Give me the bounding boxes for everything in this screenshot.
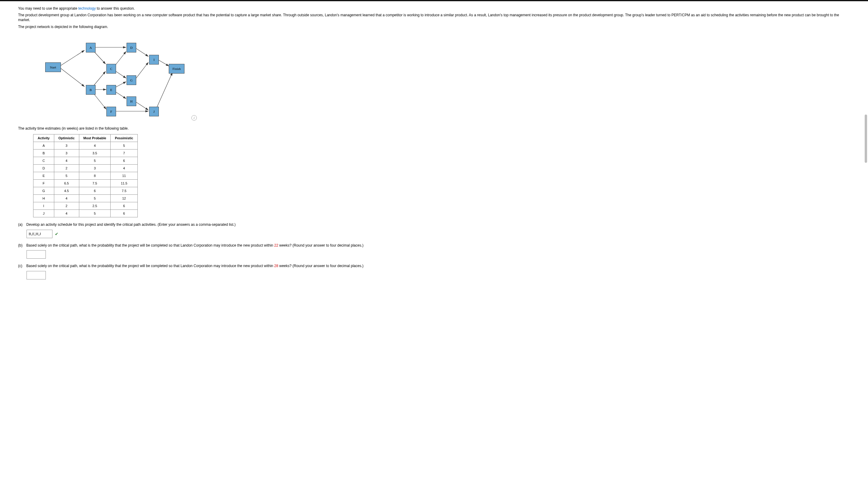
- cell: 6: [111, 210, 138, 217]
- cell: 4.5: [54, 187, 79, 194]
- svg-line-10: [116, 92, 126, 98]
- question-a-label: (a): [18, 222, 25, 227]
- cell: 6: [111, 202, 138, 210]
- question-c-prefix: Based solely on the critical path, what …: [26, 264, 274, 268]
- intro-prefix: You may need to use the appropriate: [18, 6, 79, 10]
- question-a-answer-row: ✔: [27, 230, 850, 238]
- question-b-label: (b): [18, 243, 25, 248]
- scrollbar-thumb[interactable]: [865, 115, 867, 163]
- cell: 3.5: [79, 149, 111, 157]
- table-row: A345: [33, 142, 138, 149]
- cell: I: [33, 202, 54, 210]
- svg-line-7: [115, 52, 126, 65]
- th-activity: Activity: [33, 134, 54, 142]
- cell: 4: [54, 157, 79, 164]
- cell: 11.5: [111, 179, 138, 187]
- node-C-label: C: [110, 67, 112, 70]
- cell: 7.5: [111, 187, 138, 194]
- question-b-input[interactable]: [27, 250, 46, 259]
- question-b-text: Based solely on the critical path, what …: [26, 243, 364, 248]
- svg-line-1: [61, 68, 84, 87]
- question-a-input[interactable]: [27, 230, 53, 238]
- cell: 2: [54, 164, 79, 172]
- svg-line-12: [136, 62, 148, 78]
- node-E: E: [106, 85, 116, 95]
- table-row: B33.57: [33, 149, 138, 157]
- th-optimistic: Optimistic: [54, 134, 79, 142]
- cell: 6.5: [54, 179, 79, 187]
- cell: F: [33, 179, 54, 187]
- node-J-label: J: [153, 110, 155, 113]
- node-E-label: E: [110, 88, 113, 92]
- node-G: G: [127, 76, 136, 85]
- cell: 6: [79, 187, 111, 194]
- cell: 4: [111, 164, 138, 172]
- svg-line-15: [158, 60, 169, 66]
- cell: H: [33, 194, 54, 202]
- svg-line-16: [157, 73, 173, 108]
- cell: 5: [111, 142, 138, 149]
- svg-line-0: [61, 50, 84, 65]
- table-body: A345 B33.57 C456 D234 E5811 F6.57.511.5 …: [33, 142, 138, 217]
- table-header-row: Activity Optimistic Most Probable Pessim…: [33, 134, 138, 142]
- activity-time-table: Activity Optimistic Most Probable Pessim…: [33, 134, 138, 217]
- question-b-suffix: weeks? (Round your answer to four decima…: [278, 243, 364, 247]
- svg-line-13: [136, 102, 148, 110]
- node-A-label: A: [90, 46, 92, 50]
- cell: 3: [54, 142, 79, 149]
- project-network-diagram: Start A B C D E F G H I J Finish i: [42, 32, 199, 123]
- info-icon-glyph: i: [194, 116, 194, 120]
- cell: G: [33, 187, 54, 194]
- cell: 6: [111, 157, 138, 164]
- node-I: I: [149, 55, 159, 64]
- cell: E: [33, 172, 54, 179]
- node-D-label: D: [130, 46, 133, 50]
- svg-line-6: [93, 93, 106, 109]
- intro-diagram-lead: The project network is depicted in the f…: [18, 24, 850, 29]
- node-B: B: [86, 85, 96, 95]
- cell: 5: [79, 210, 111, 217]
- node-J: J: [149, 107, 159, 116]
- node-F-label: F: [110, 110, 112, 113]
- svg-line-8: [115, 71, 126, 78]
- table-row: C456: [33, 157, 138, 164]
- cell: 7: [111, 149, 138, 157]
- intro-tech-line: You may need to use the appropriate tech…: [18, 6, 850, 11]
- node-D: D: [127, 43, 136, 53]
- node-start-label: Start: [50, 65, 56, 69]
- table-row: E5811: [33, 172, 138, 179]
- question-b-prefix: Based solely on the critical path, what …: [26, 243, 274, 247]
- cell: 4: [54, 210, 79, 217]
- node-finish: Finish: [169, 64, 184, 73]
- question-c-input[interactable]: [27, 271, 46, 279]
- cell: 5: [79, 157, 111, 164]
- question-b: (b) Based solely on the critical path, w…: [18, 243, 850, 248]
- intro-block: You may need to use the appropriate tech…: [18, 6, 850, 29]
- question-c-suffix: weeks? (Round your answer to four decima…: [278, 264, 364, 268]
- node-H: H: [127, 96, 136, 106]
- node-finish-label: Finish: [173, 67, 181, 70]
- question-page: You may need to use the appropriate tech…: [0, 1, 868, 292]
- cell: 3: [54, 149, 79, 157]
- th-mostprobable: Most Probable: [79, 134, 111, 142]
- cell: 5: [79, 194, 111, 202]
- svg-line-3: [93, 51, 105, 64]
- node-I-label: I: [153, 58, 155, 61]
- cell: 7.5: [79, 179, 111, 187]
- cell: 4: [54, 194, 79, 202]
- node-G-label: G: [130, 79, 133, 82]
- question-a: (a) Develop an activity schedule for thi…: [18, 222, 850, 227]
- cell: C: [33, 157, 54, 164]
- node-F: F: [106, 107, 116, 116]
- table-row: H4512: [33, 194, 138, 202]
- cell: 4: [79, 142, 111, 149]
- info-icon[interactable]: i: [191, 115, 197, 121]
- activity-table-lead: The activity time estimates (in weeks) a…: [18, 126, 850, 130]
- th-pessimistic: Pessimistic: [111, 134, 138, 142]
- cell: 11: [111, 172, 138, 179]
- technology-link[interactable]: technology: [79, 6, 96, 10]
- diagram-arrows: [42, 32, 199, 123]
- table-row: D234: [33, 164, 138, 172]
- node-start: Start: [45, 62, 61, 72]
- cell: A: [33, 142, 54, 149]
